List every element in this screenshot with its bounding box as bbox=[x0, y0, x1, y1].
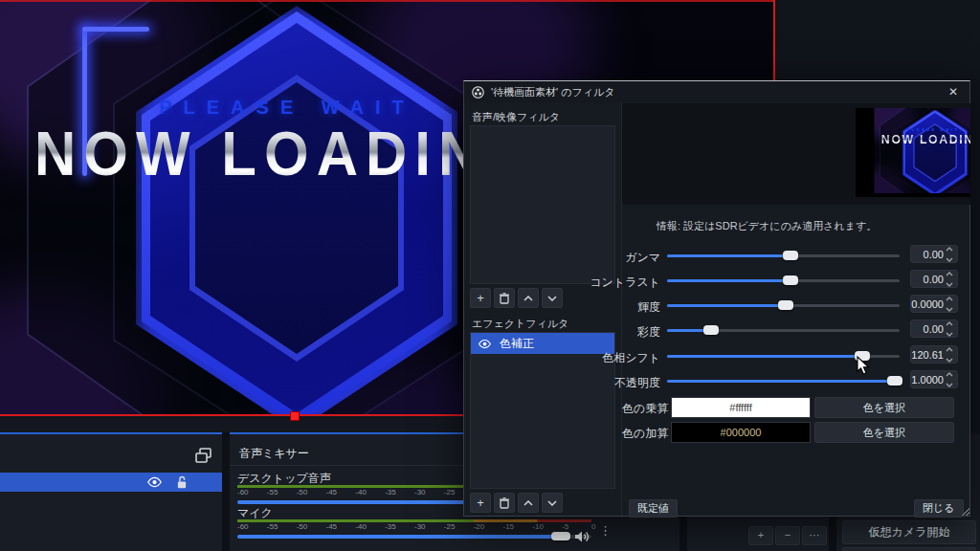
meter-scale: -60-55-50-45-40-35-30-25-20-15-10-50 bbox=[237, 522, 591, 532]
contrast-value-box[interactable]: 0.00 bbox=[910, 270, 958, 288]
audio-video-filters-list[interactable] bbox=[470, 125, 615, 284]
brightness-value-box[interactable]: 0.0000 bbox=[910, 295, 958, 313]
move-filter-down-button[interactable] bbox=[542, 288, 563, 308]
gamma-value-box[interactable]: 0.00 bbox=[910, 245, 958, 263]
move-filter-down-button[interactable] bbox=[542, 493, 563, 513]
slider-handle[interactable] bbox=[783, 251, 798, 260]
add-filter-button[interactable]: + bbox=[470, 493, 491, 513]
slider-label: 不透明度 bbox=[622, 375, 660, 391]
contrast-row: コントラスト 0.00 bbox=[622, 272, 963, 291]
hue-shift-value-box[interactable]: 120.61 bbox=[910, 345, 958, 364]
unlock-icon[interactable] bbox=[176, 475, 188, 489]
pick-color-button[interactable]: 色を選択 bbox=[814, 422, 954, 443]
pick-color-button[interactable]: 色を選択 bbox=[814, 397, 954, 418]
defaults-button[interactable]: 既定値 bbox=[629, 499, 678, 518]
visibility-eye-icon[interactable] bbox=[146, 476, 163, 488]
brightness-row: 輝度 0.0000 bbox=[622, 297, 963, 316]
color-multiply-row: 色の乗算 #ffffff 色を選択 bbox=[622, 397, 963, 418]
dialog-close-button[interactable]: 閉じる bbox=[914, 499, 964, 518]
glow-beam bbox=[82, 27, 149, 32]
mixer-title: 音声ミキサー bbox=[239, 446, 309, 462]
brightness-slider[interactable] bbox=[667, 304, 900, 307]
color-multiply-swatch[interactable]: #ffffff bbox=[671, 397, 811, 418]
contrast-slider[interactable] bbox=[667, 279, 900, 282]
transition-props-button[interactable]: ⋯ bbox=[802, 526, 827, 545]
slider-label: 色相シフト bbox=[622, 350, 660, 366]
saturation-value-box[interactable]: 0.00 bbox=[910, 320, 958, 338]
filter-name: 色補正 bbox=[500, 336, 534, 352]
sources-dock bbox=[0, 434, 222, 551]
obs-logo-icon bbox=[472, 86, 484, 99]
remove-filter-button[interactable] bbox=[494, 288, 515, 308]
source-resize-handle[interactable] bbox=[290, 411, 300, 421]
filters-dialog: '待機画面素材' のフィルタ ✕ 音声/映像フィルタ + エフェクトフィルタ bbox=[463, 80, 970, 517]
slider-handle[interactable] bbox=[783, 276, 798, 285]
saturation-slider[interactable] bbox=[667, 329, 900, 332]
slider-label: コントラスト bbox=[622, 275, 660, 291]
effect-filters-label: エフェクトフィルタ bbox=[472, 317, 568, 331]
spinner-icons[interactable] bbox=[946, 297, 955, 312]
opacity-row: 不透明度 1.0000 bbox=[622, 372, 963, 391]
opacity-slider[interactable] bbox=[667, 380, 900, 383]
dock-divider[interactable] bbox=[222, 432, 230, 551]
hue-shift-row: 色相シフト 120.61 bbox=[622, 347, 963, 366]
start-virtual-camera-button[interactable]: 仮想カメラ開始 bbox=[842, 520, 976, 544]
mouse-cursor bbox=[857, 356, 871, 376]
color-add-swatch[interactable]: #000000 bbox=[671, 422, 811, 443]
move-filter-up-button[interactable] bbox=[518, 288, 539, 308]
opacity-value-box[interactable]: 1.0000 bbox=[910, 370, 958, 388]
gamma-slider[interactable] bbox=[667, 254, 900, 257]
spinner-icons[interactable] bbox=[946, 247, 955, 262]
studio-mode-button[interactable]: スタジオモード bbox=[842, 547, 976, 551]
audio-video-filters-label: 音声/映像フィルタ bbox=[472, 110, 560, 124]
visibility-eye-icon[interactable] bbox=[478, 339, 492, 349]
dialog-titlebar: '待機画面素材' のフィルタ ✕ bbox=[464, 81, 969, 102]
filter-preview-thumbnail: PLEASE WAIT NOW LOADING bbox=[856, 108, 970, 197]
remove-filter-button[interactable] bbox=[494, 493, 515, 513]
sdr-info-text: 情報: 設定はSDRビデオにのみ適用されます。 bbox=[657, 219, 877, 233]
gamma-row: ガンマ 0.00 bbox=[622, 247, 963, 266]
now-loading-text: NOW LOADING bbox=[874, 132, 970, 146]
spinner-icons[interactable] bbox=[946, 372, 955, 387]
speaker-icon[interactable] bbox=[574, 530, 590, 543]
volume-handle[interactable] bbox=[551, 532, 570, 540]
filter-preview-strip: PLEASE WAIT NOW LOADING bbox=[622, 103, 970, 205]
slider-handle[interactable] bbox=[703, 325, 719, 335]
obs-main-window: PLEASE WAIT NOW LOADING 音声ミキサー bbox=[0, 0, 980, 551]
source-row-selected[interactable] bbox=[0, 473, 222, 492]
spinner-icons[interactable] bbox=[946, 347, 955, 363]
add-filter-button[interactable]: + bbox=[470, 288, 491, 308]
slider-label: 彩度 bbox=[622, 324, 660, 341]
color-add-row: 色の加算 #000000 色を選択 bbox=[622, 422, 963, 443]
filters-toolbar: + bbox=[470, 288, 563, 308]
spinner-icons[interactable] bbox=[946, 321, 955, 337]
source-bbox-top bbox=[0, 0, 775, 2]
color-row-label: 色の乗算 bbox=[622, 401, 666, 417]
spinner-icons[interactable] bbox=[946, 272, 955, 287]
channel-menu-icon[interactable]: ⋮ bbox=[599, 528, 612, 534]
effect-filters-list[interactable]: 色補正 bbox=[470, 332, 615, 489]
slider-handle[interactable] bbox=[887, 376, 902, 386]
transition-remove-button[interactable]: − bbox=[775, 526, 800, 545]
volume-slider[interactable] bbox=[237, 535, 591, 539]
filter-row-color-correction[interactable]: 色補正 bbox=[471, 333, 614, 354]
move-filter-up-button[interactable] bbox=[518, 493, 539, 513]
slider-label: 輝度 bbox=[622, 299, 660, 316]
volume-fill bbox=[237, 535, 561, 539]
saturation-row: 彩度 0.00 bbox=[622, 321, 963, 341]
slider-label: ガンマ bbox=[622, 250, 660, 266]
color-row-label: 色の加算 bbox=[622, 426, 666, 442]
filters-toolbar: + bbox=[470, 493, 563, 513]
resize-grip[interactable] bbox=[962, 508, 969, 516]
transition-add-button[interactable]: + bbox=[748, 526, 773, 545]
close-icon[interactable]: ✕ bbox=[945, 85, 962, 99]
copy-source-icon[interactable] bbox=[195, 448, 212, 463]
dialog-title: '待機画面素材' のフィルタ bbox=[491, 85, 938, 99]
loading-screen-source: PLEASE WAIT NOW LOADING bbox=[874, 108, 970, 193]
slider-handle[interactable] bbox=[778, 300, 793, 310]
